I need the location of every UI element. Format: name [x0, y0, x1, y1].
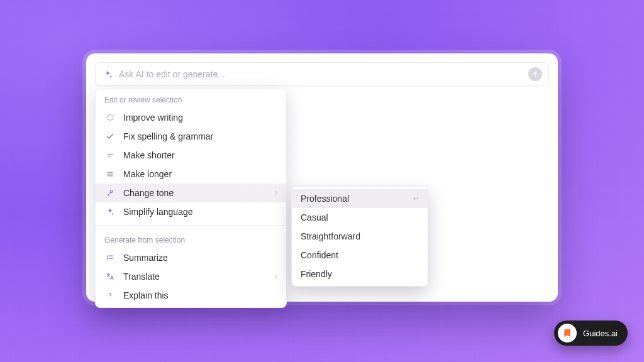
enter-key-icon — [411, 194, 420, 203]
tone-option-professional[interactable]: Professional — [292, 189, 428, 208]
bookmark-icon — [558, 324, 577, 343]
section-header-edit: Edit or review selection — [96, 89, 286, 108]
menu-item-make-shorter[interactable]: Make shorter — [96, 146, 286, 165]
submenu-item-label: Friendly — [301, 269, 332, 279]
ai-prompt-input[interactable] — [119, 69, 528, 79]
sparkle-icon — [103, 70, 113, 79]
question-icon — [104, 291, 116, 300]
chevron-right-icon — [272, 189, 280, 197]
gradient-background: Edit or review selection Improve writing… — [0, 0, 644, 362]
submenu-item-label: Casual — [301, 212, 328, 222]
attribution-badge[interactable]: Guides.ai — [554, 321, 628, 346]
sparkle-icon — [104, 207, 116, 216]
translate-icon — [104, 272, 116, 281]
menu-item-label: Simplify language — [123, 207, 193, 217]
long-lines-icon — [104, 170, 116, 178]
ai-search-bar[interactable] — [95, 62, 549, 86]
menu-item-translate[interactable]: Translate — [96, 267, 286, 286]
menu-item-label: Improve writing — [123, 112, 183, 123]
short-lines-icon — [104, 151, 116, 160]
menu-item-label: Change tone — [123, 188, 174, 198]
menu-item-make-longer[interactable]: Make longer — [96, 165, 286, 184]
check-icon — [104, 132, 116, 141]
sparkle-burst-icon — [104, 113, 116, 122]
submenu-item-label: Professional — [301, 194, 349, 204]
submenu-item-label: Confident — [301, 250, 338, 260]
tone-option-confident[interactable]: Confident — [292, 246, 428, 265]
submenu-item-label: Straightforward — [301, 231, 360, 241]
menu-item-explain[interactable]: Explain this — [96, 286, 286, 305]
badge-label: Guides.ai — [583, 329, 618, 338]
quote-lines-icon — [104, 253, 116, 262]
menu-item-summarize[interactable]: Summarize — [96, 248, 286, 267]
menu-item-label: Make shorter — [123, 150, 175, 160]
menu-item-label: Translate — [123, 272, 160, 282]
menu-item-fix-spelling[interactable]: Fix spelling & grammar — [96, 127, 286, 146]
submit-button[interactable] — [528, 67, 542, 81]
tone-option-casual[interactable]: Casual — [292, 208, 428, 227]
chevron-right-icon — [272, 273, 280, 280]
tone-option-straightforward[interactable]: Straightforward — [292, 227, 428, 246]
app-panel: Edit or review selection Improve writing… — [86, 53, 558, 302]
microphone-icon — [104, 189, 116, 197]
menu-item-label: Explain this — [123, 290, 169, 300]
menu-item-label: Make longer — [123, 169, 172, 179]
menu-item-improve-writing[interactable]: Improve writing — [96, 108, 286, 127]
menu-item-change-tone[interactable]: Change tone — [96, 184, 286, 202]
menu-item-label: Summarize — [123, 253, 168, 263]
menu-item-simplify[interactable]: Simplify language — [96, 202, 286, 221]
section-header-generate: Generate from selection — [96, 229, 286, 248]
svg-point-0 — [110, 190, 113, 193]
arrow-up-icon — [531, 70, 539, 78]
menu-divider — [96, 225, 286, 226]
menu-item-label: Fix spelling & grammar — [123, 131, 213, 141]
tone-option-friendly[interactable]: Friendly — [292, 265, 428, 283]
tone-submenu: Professional Casual Straightforward Conf… — [291, 186, 428, 287]
ai-actions-menu: Edit or review selection Improve writing… — [95, 89, 287, 308]
